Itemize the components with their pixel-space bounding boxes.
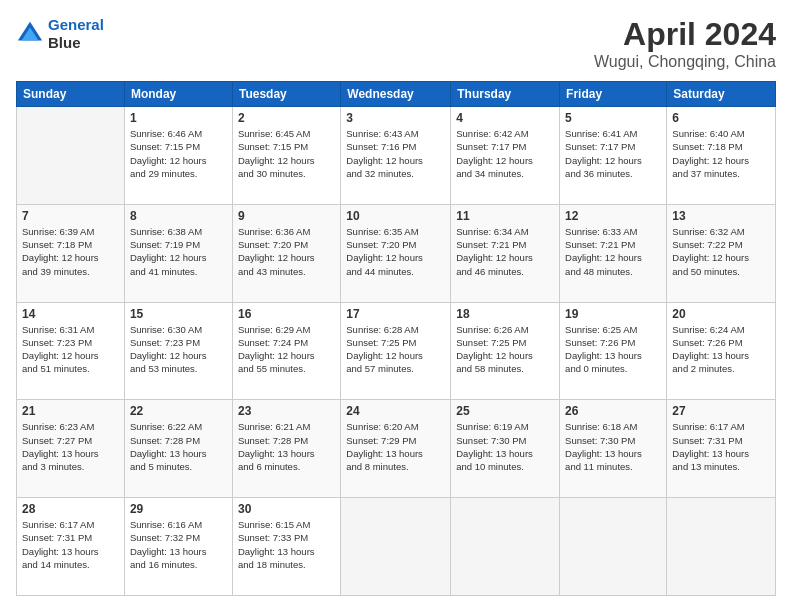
- day-info: Sunrise: 6:24 AM Sunset: 7:26 PM Dayligh…: [672, 323, 770, 376]
- calendar-cell: 17Sunrise: 6:28 AM Sunset: 7:25 PM Dayli…: [341, 302, 451, 400]
- calendar-cell: [560, 498, 667, 596]
- column-header-monday: Monday: [124, 82, 232, 107]
- day-number: 5: [565, 111, 661, 125]
- day-number: 28: [22, 502, 119, 516]
- column-header-wednesday: Wednesday: [341, 82, 451, 107]
- day-number: 19: [565, 307, 661, 321]
- day-info: Sunrise: 6:38 AM Sunset: 7:19 PM Dayligh…: [130, 225, 227, 278]
- logo: General Blue: [16, 16, 104, 52]
- calendar-cell: 11Sunrise: 6:34 AM Sunset: 7:21 PM Dayli…: [451, 204, 560, 302]
- header: General Blue April 2024 Wugui, Chongqing…: [16, 16, 776, 71]
- day-number: 27: [672, 404, 770, 418]
- day-info: Sunrise: 6:45 AM Sunset: 7:15 PM Dayligh…: [238, 127, 335, 180]
- calendar-cell: [341, 498, 451, 596]
- day-number: 16: [238, 307, 335, 321]
- day-info: Sunrise: 6:25 AM Sunset: 7:26 PM Dayligh…: [565, 323, 661, 376]
- day-number: 22: [130, 404, 227, 418]
- calendar-cell: 28Sunrise: 6:17 AM Sunset: 7:31 PM Dayli…: [17, 498, 125, 596]
- calendar-header-row: SundayMondayTuesdayWednesdayThursdayFrid…: [17, 82, 776, 107]
- day-number: 30: [238, 502, 335, 516]
- day-number: 6: [672, 111, 770, 125]
- calendar-cell: 12Sunrise: 6:33 AM Sunset: 7:21 PM Dayli…: [560, 204, 667, 302]
- day-info: Sunrise: 6:29 AM Sunset: 7:24 PM Dayligh…: [238, 323, 335, 376]
- main-title: April 2024: [594, 16, 776, 53]
- day-number: 4: [456, 111, 554, 125]
- day-info: Sunrise: 6:15 AM Sunset: 7:33 PM Dayligh…: [238, 518, 335, 571]
- calendar-cell: 8Sunrise: 6:38 AM Sunset: 7:19 PM Daylig…: [124, 204, 232, 302]
- column-header-thursday: Thursday: [451, 82, 560, 107]
- day-number: 8: [130, 209, 227, 223]
- day-number: 21: [22, 404, 119, 418]
- calendar-cell: 26Sunrise: 6:18 AM Sunset: 7:30 PM Dayli…: [560, 400, 667, 498]
- title-block: April 2024 Wugui, Chongqing, China: [594, 16, 776, 71]
- day-number: 10: [346, 209, 445, 223]
- calendar-cell: 30Sunrise: 6:15 AM Sunset: 7:33 PM Dayli…: [232, 498, 340, 596]
- day-info: Sunrise: 6:22 AM Sunset: 7:28 PM Dayligh…: [130, 420, 227, 473]
- day-info: Sunrise: 6:43 AM Sunset: 7:16 PM Dayligh…: [346, 127, 445, 180]
- day-number: 20: [672, 307, 770, 321]
- page: General Blue April 2024 Wugui, Chongqing…: [0, 0, 792, 612]
- calendar-cell: 6Sunrise: 6:40 AM Sunset: 7:18 PM Daylig…: [667, 107, 776, 205]
- calendar-cell: 27Sunrise: 6:17 AM Sunset: 7:31 PM Dayli…: [667, 400, 776, 498]
- calendar-cell: 22Sunrise: 6:22 AM Sunset: 7:28 PM Dayli…: [124, 400, 232, 498]
- day-info: Sunrise: 6:46 AM Sunset: 7:15 PM Dayligh…: [130, 127, 227, 180]
- day-info: Sunrise: 6:16 AM Sunset: 7:32 PM Dayligh…: [130, 518, 227, 571]
- week-row-2: 7Sunrise: 6:39 AM Sunset: 7:18 PM Daylig…: [17, 204, 776, 302]
- column-header-tuesday: Tuesday: [232, 82, 340, 107]
- day-number: 1: [130, 111, 227, 125]
- day-info: Sunrise: 6:35 AM Sunset: 7:20 PM Dayligh…: [346, 225, 445, 278]
- day-info: Sunrise: 6:19 AM Sunset: 7:30 PM Dayligh…: [456, 420, 554, 473]
- day-info: Sunrise: 6:34 AM Sunset: 7:21 PM Dayligh…: [456, 225, 554, 278]
- subtitle: Wugui, Chongqing, China: [594, 53, 776, 71]
- day-info: Sunrise: 6:41 AM Sunset: 7:17 PM Dayligh…: [565, 127, 661, 180]
- calendar-cell: 4Sunrise: 6:42 AM Sunset: 7:17 PM Daylig…: [451, 107, 560, 205]
- day-info: Sunrise: 6:42 AM Sunset: 7:17 PM Dayligh…: [456, 127, 554, 180]
- calendar-body: 1Sunrise: 6:46 AM Sunset: 7:15 PM Daylig…: [17, 107, 776, 596]
- day-number: 18: [456, 307, 554, 321]
- day-number: 15: [130, 307, 227, 321]
- column-header-friday: Friday: [560, 82, 667, 107]
- calendar-cell: 25Sunrise: 6:19 AM Sunset: 7:30 PM Dayli…: [451, 400, 560, 498]
- day-info: Sunrise: 6:23 AM Sunset: 7:27 PM Dayligh…: [22, 420, 119, 473]
- calendar-cell: 15Sunrise: 6:30 AM Sunset: 7:23 PM Dayli…: [124, 302, 232, 400]
- week-row-4: 21Sunrise: 6:23 AM Sunset: 7:27 PM Dayli…: [17, 400, 776, 498]
- day-number: 2: [238, 111, 335, 125]
- week-row-3: 14Sunrise: 6:31 AM Sunset: 7:23 PM Dayli…: [17, 302, 776, 400]
- logo-icon: [16, 20, 44, 48]
- calendar-cell: 18Sunrise: 6:26 AM Sunset: 7:25 PM Dayli…: [451, 302, 560, 400]
- day-number: 17: [346, 307, 445, 321]
- calendar-cell: 5Sunrise: 6:41 AM Sunset: 7:17 PM Daylig…: [560, 107, 667, 205]
- calendar-cell: 10Sunrise: 6:35 AM Sunset: 7:20 PM Dayli…: [341, 204, 451, 302]
- day-info: Sunrise: 6:39 AM Sunset: 7:18 PM Dayligh…: [22, 225, 119, 278]
- day-info: Sunrise: 6:36 AM Sunset: 7:20 PM Dayligh…: [238, 225, 335, 278]
- logo-text: General Blue: [48, 16, 104, 52]
- calendar-cell: 1Sunrise: 6:46 AM Sunset: 7:15 PM Daylig…: [124, 107, 232, 205]
- calendar-cell: 14Sunrise: 6:31 AM Sunset: 7:23 PM Dayli…: [17, 302, 125, 400]
- calendar-table: SundayMondayTuesdayWednesdayThursdayFrid…: [16, 81, 776, 596]
- calendar-cell: 23Sunrise: 6:21 AM Sunset: 7:28 PM Dayli…: [232, 400, 340, 498]
- calendar-cell: [451, 498, 560, 596]
- day-number: 14: [22, 307, 119, 321]
- day-info: Sunrise: 6:28 AM Sunset: 7:25 PM Dayligh…: [346, 323, 445, 376]
- column-header-sunday: Sunday: [17, 82, 125, 107]
- day-info: Sunrise: 6:33 AM Sunset: 7:21 PM Dayligh…: [565, 225, 661, 278]
- day-number: 9: [238, 209, 335, 223]
- calendar-cell: 21Sunrise: 6:23 AM Sunset: 7:27 PM Dayli…: [17, 400, 125, 498]
- day-info: Sunrise: 6:26 AM Sunset: 7:25 PM Dayligh…: [456, 323, 554, 376]
- day-info: Sunrise: 6:20 AM Sunset: 7:29 PM Dayligh…: [346, 420, 445, 473]
- day-number: 13: [672, 209, 770, 223]
- calendar-cell: [17, 107, 125, 205]
- day-number: 3: [346, 111, 445, 125]
- calendar-cell: 16Sunrise: 6:29 AM Sunset: 7:24 PM Dayli…: [232, 302, 340, 400]
- calendar-cell: 29Sunrise: 6:16 AM Sunset: 7:32 PM Dayli…: [124, 498, 232, 596]
- day-info: Sunrise: 6:18 AM Sunset: 7:30 PM Dayligh…: [565, 420, 661, 473]
- day-info: Sunrise: 6:40 AM Sunset: 7:18 PM Dayligh…: [672, 127, 770, 180]
- calendar-cell: 3Sunrise: 6:43 AM Sunset: 7:16 PM Daylig…: [341, 107, 451, 205]
- day-number: 11: [456, 209, 554, 223]
- week-row-5: 28Sunrise: 6:17 AM Sunset: 7:31 PM Dayli…: [17, 498, 776, 596]
- calendar-cell: 19Sunrise: 6:25 AM Sunset: 7:26 PM Dayli…: [560, 302, 667, 400]
- calendar-cell: 20Sunrise: 6:24 AM Sunset: 7:26 PM Dayli…: [667, 302, 776, 400]
- calendar-cell: 7Sunrise: 6:39 AM Sunset: 7:18 PM Daylig…: [17, 204, 125, 302]
- calendar-cell: [667, 498, 776, 596]
- day-info: Sunrise: 6:17 AM Sunset: 7:31 PM Dayligh…: [672, 420, 770, 473]
